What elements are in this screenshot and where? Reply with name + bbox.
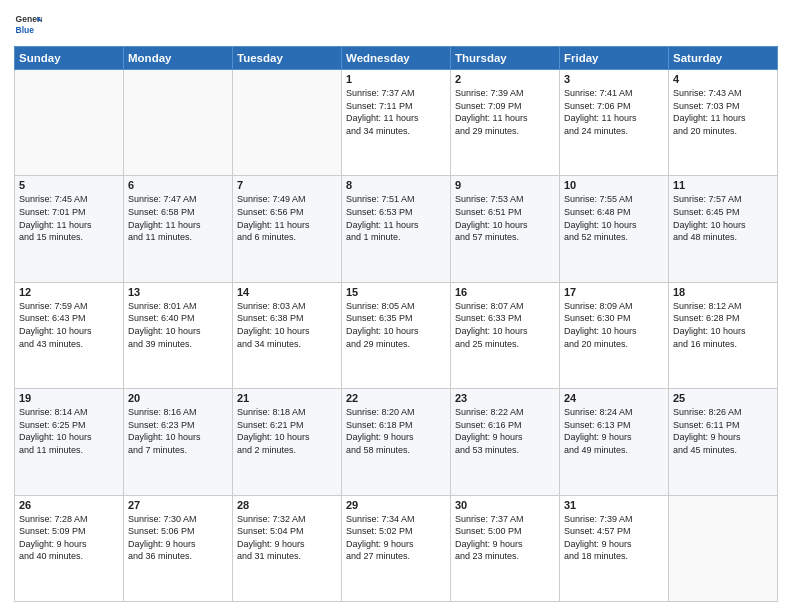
day-info: Sunrise: 8:09 AM Sunset: 6:30 PM Dayligh… [564,300,664,350]
day-info: Sunrise: 8:24 AM Sunset: 6:13 PM Dayligh… [564,406,664,456]
calendar-cell: 2Sunrise: 7:39 AM Sunset: 7:09 PM Daylig… [451,70,560,176]
calendar-cell: 14Sunrise: 8:03 AM Sunset: 6:38 PM Dayli… [233,282,342,388]
day-number: 18 [673,286,773,298]
day-number: 7 [237,179,337,191]
day-info: Sunrise: 7:39 AM Sunset: 7:09 PM Dayligh… [455,87,555,137]
calendar-cell: 22Sunrise: 8:20 AM Sunset: 6:18 PM Dayli… [342,389,451,495]
day-info: Sunrise: 8:03 AM Sunset: 6:38 PM Dayligh… [237,300,337,350]
calendar-cell: 25Sunrise: 8:26 AM Sunset: 6:11 PM Dayli… [669,389,778,495]
day-number: 29 [346,499,446,511]
calendar-cell: 1Sunrise: 7:37 AM Sunset: 7:11 PM Daylig… [342,70,451,176]
day-info: Sunrise: 8:01 AM Sunset: 6:40 PM Dayligh… [128,300,228,350]
day-number: 27 [128,499,228,511]
day-number: 21 [237,392,337,404]
calendar-cell [669,495,778,601]
day-info: Sunrise: 7:41 AM Sunset: 7:06 PM Dayligh… [564,87,664,137]
calendar-cell: 6Sunrise: 7:47 AM Sunset: 6:58 PM Daylig… [124,176,233,282]
day-info: Sunrise: 7:47 AM Sunset: 6:58 PM Dayligh… [128,193,228,243]
logo: General Blue [14,10,46,38]
day-number: 9 [455,179,555,191]
day-number: 23 [455,392,555,404]
day-info: Sunrise: 7:37 AM Sunset: 7:11 PM Dayligh… [346,87,446,137]
weekday-header: Monday [124,47,233,70]
day-number: 14 [237,286,337,298]
day-info: Sunrise: 8:12 AM Sunset: 6:28 PM Dayligh… [673,300,773,350]
calendar-cell: 12Sunrise: 7:59 AM Sunset: 6:43 PM Dayli… [15,282,124,388]
day-info: Sunrise: 7:28 AM Sunset: 5:09 PM Dayligh… [19,513,119,563]
day-info: Sunrise: 8:22 AM Sunset: 6:16 PM Dayligh… [455,406,555,456]
calendar-week-row: 26Sunrise: 7:28 AM Sunset: 5:09 PM Dayli… [15,495,778,601]
calendar-cell: 16Sunrise: 8:07 AM Sunset: 6:33 PM Dayli… [451,282,560,388]
day-number: 24 [564,392,664,404]
day-number: 26 [19,499,119,511]
calendar-cell: 31Sunrise: 7:39 AM Sunset: 4:57 PM Dayli… [560,495,669,601]
weekday-header: Sunday [15,47,124,70]
day-number: 20 [128,392,228,404]
day-info: Sunrise: 8:20 AM Sunset: 6:18 PM Dayligh… [346,406,446,456]
day-info: Sunrise: 7:45 AM Sunset: 7:01 PM Dayligh… [19,193,119,243]
calendar-cell: 29Sunrise: 7:34 AM Sunset: 5:02 PM Dayli… [342,495,451,601]
day-info: Sunrise: 8:26 AM Sunset: 6:11 PM Dayligh… [673,406,773,456]
day-number: 6 [128,179,228,191]
weekday-header: Wednesday [342,47,451,70]
calendar-cell: 5Sunrise: 7:45 AM Sunset: 7:01 PM Daylig… [15,176,124,282]
calendar-cell: 28Sunrise: 7:32 AM Sunset: 5:04 PM Dayli… [233,495,342,601]
calendar-cell: 21Sunrise: 8:18 AM Sunset: 6:21 PM Dayli… [233,389,342,495]
day-info: Sunrise: 7:34 AM Sunset: 5:02 PM Dayligh… [346,513,446,563]
day-number: 5 [19,179,119,191]
day-info: Sunrise: 7:57 AM Sunset: 6:45 PM Dayligh… [673,193,773,243]
day-info: Sunrise: 7:43 AM Sunset: 7:03 PM Dayligh… [673,87,773,137]
calendar-cell: 30Sunrise: 7:37 AM Sunset: 5:00 PM Dayli… [451,495,560,601]
calendar-cell: 10Sunrise: 7:55 AM Sunset: 6:48 PM Dayli… [560,176,669,282]
weekday-header: Saturday [669,47,778,70]
calendar-cell: 26Sunrise: 7:28 AM Sunset: 5:09 PM Dayli… [15,495,124,601]
page: General Blue SundayMondayTuesdayWednesda… [0,0,792,612]
calendar-cell: 15Sunrise: 8:05 AM Sunset: 6:35 PM Dayli… [342,282,451,388]
day-number: 25 [673,392,773,404]
day-number: 31 [564,499,664,511]
calendar-cell: 20Sunrise: 8:16 AM Sunset: 6:23 PM Dayli… [124,389,233,495]
day-number: 30 [455,499,555,511]
calendar-cell: 24Sunrise: 8:24 AM Sunset: 6:13 PM Dayli… [560,389,669,495]
day-number: 12 [19,286,119,298]
calendar-cell: 17Sunrise: 8:09 AM Sunset: 6:30 PM Dayli… [560,282,669,388]
calendar-week-row: 19Sunrise: 8:14 AM Sunset: 6:25 PM Dayli… [15,389,778,495]
day-info: Sunrise: 8:07 AM Sunset: 6:33 PM Dayligh… [455,300,555,350]
calendar-week-row: 5Sunrise: 7:45 AM Sunset: 7:01 PM Daylig… [15,176,778,282]
calendar-cell: 13Sunrise: 8:01 AM Sunset: 6:40 PM Dayli… [124,282,233,388]
weekday-header: Friday [560,47,669,70]
logo-icon: General Blue [14,10,42,38]
svg-text:Blue: Blue [16,25,35,35]
header: General Blue [14,10,778,38]
day-info: Sunrise: 7:37 AM Sunset: 5:00 PM Dayligh… [455,513,555,563]
calendar-cell: 18Sunrise: 8:12 AM Sunset: 6:28 PM Dayli… [669,282,778,388]
calendar-cell: 9Sunrise: 7:53 AM Sunset: 6:51 PM Daylig… [451,176,560,282]
calendar-cell [124,70,233,176]
day-number: 22 [346,392,446,404]
day-number: 13 [128,286,228,298]
calendar-cell: 23Sunrise: 8:22 AM Sunset: 6:16 PM Dayli… [451,389,560,495]
day-number: 15 [346,286,446,298]
calendar-cell: 3Sunrise: 7:41 AM Sunset: 7:06 PM Daylig… [560,70,669,176]
calendar-header-row: SundayMondayTuesdayWednesdayThursdayFrid… [15,47,778,70]
day-info: Sunrise: 7:39 AM Sunset: 4:57 PM Dayligh… [564,513,664,563]
day-info: Sunrise: 8:14 AM Sunset: 6:25 PM Dayligh… [19,406,119,456]
calendar-cell: 8Sunrise: 7:51 AM Sunset: 6:53 PM Daylig… [342,176,451,282]
calendar-table: SundayMondayTuesdayWednesdayThursdayFrid… [14,46,778,602]
day-info: Sunrise: 8:18 AM Sunset: 6:21 PM Dayligh… [237,406,337,456]
day-number: 4 [673,73,773,85]
calendar-cell: 19Sunrise: 8:14 AM Sunset: 6:25 PM Dayli… [15,389,124,495]
calendar-cell: 7Sunrise: 7:49 AM Sunset: 6:56 PM Daylig… [233,176,342,282]
day-info: Sunrise: 7:59 AM Sunset: 6:43 PM Dayligh… [19,300,119,350]
day-number: 8 [346,179,446,191]
day-info: Sunrise: 7:32 AM Sunset: 5:04 PM Dayligh… [237,513,337,563]
day-number: 28 [237,499,337,511]
weekday-header: Tuesday [233,47,342,70]
day-number: 3 [564,73,664,85]
calendar-cell [233,70,342,176]
day-info: Sunrise: 8:05 AM Sunset: 6:35 PM Dayligh… [346,300,446,350]
day-info: Sunrise: 7:55 AM Sunset: 6:48 PM Dayligh… [564,193,664,243]
day-number: 19 [19,392,119,404]
day-number: 11 [673,179,773,191]
weekday-header: Thursday [451,47,560,70]
